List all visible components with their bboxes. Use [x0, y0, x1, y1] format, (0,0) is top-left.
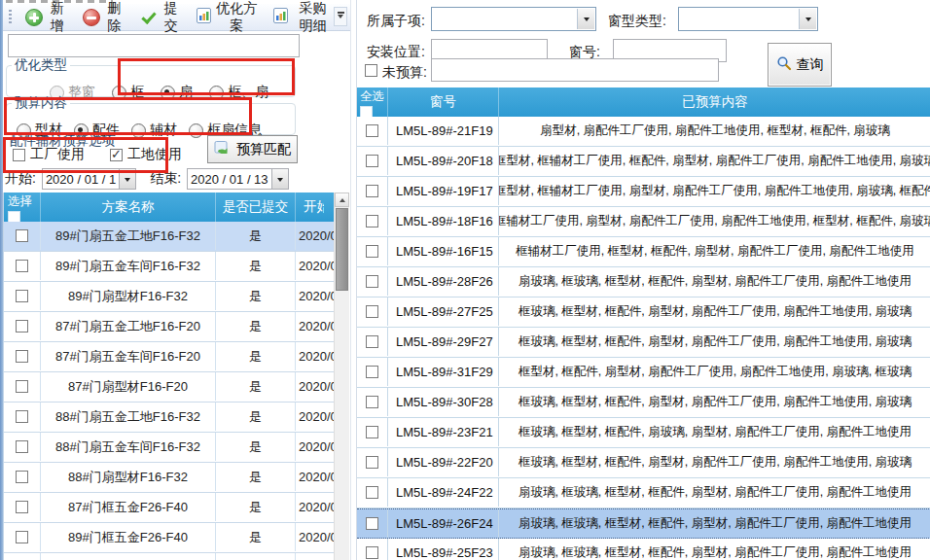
row-checkbox[interactable]: [366, 275, 378, 288]
scrollbar-thumb[interactable]: [336, 208, 348, 291]
row-checkbox[interactable]: [366, 155, 378, 167]
table-row[interactable]: 87#门扇型材F16-F20是2020/0: [4, 372, 335, 402]
plan-name-cell: 89#门扇型材F16-F32: [40, 282, 215, 310]
table-row[interactable]: 88#门扇五金工地F16-F32是2020/0: [4, 402, 335, 433]
row-checkbox[interactable]: [366, 426, 378, 438]
row-checkbox[interactable]: [366, 517, 378, 530]
submit-button[interactable]: 提交: [133, 0, 187, 38]
table-row[interactable]: LM5L-89#-20F18框型材, 框辅材工厂使用, 框配件, 扇型材, 扇配…: [357, 147, 930, 177]
sub-item-dropdown-button[interactable]: [577, 9, 594, 29]
table-row[interactable]: LM5L-89#-30F28框玻璃, 框型材, 框配件, 扇型材, 扇配件工厂使…: [357, 388, 930, 418]
row-checkbox[interactable]: [366, 396, 378, 408]
table-row[interactable]: LM5L-89#-29F27框玻璃, 框型材, 框配件, 扇型材, 扇配件工厂使…: [357, 328, 930, 358]
chevron-down-icon: [584, 18, 590, 24]
checkbox-usage-1[interactable]: 工地使用: [110, 146, 182, 163]
table-row[interactable]: 89#门扇型材F16-F32是2020/0: [4, 282, 335, 312]
plan-filter-input[interactable]: [8, 34, 300, 57]
table-row[interactable]: 87#门扇五金工地F16-F20是2020/0: [4, 312, 335, 342]
radio-icon: [131, 123, 146, 138]
submitted-cell: 是: [215, 433, 295, 461]
window-no-column-header[interactable]: 窗号: [387, 88, 498, 117]
row-checkbox[interactable]: [366, 215, 378, 228]
row-checkbox[interactable]: [16, 501, 28, 513]
table-row[interactable]: 88#门扇五金车间F16-F32是2020/0: [4, 433, 335, 463]
table-row[interactable]: LM5L-89#-23F21框玻璃, 框型材, 框配件, 扇玻璃, 扇型材, 扇…: [357, 418, 930, 448]
table-row[interactable]: LM5L-89#-27F25框玻璃, 框型材, 框配件, 扇型材, 扇配件工厂使…: [357, 298, 930, 328]
budget-match-button[interactable]: 预算匹配: [207, 135, 298, 163]
table-row[interactable]: 88#门扇型材F16-F32是2020/0: [4, 463, 335, 493]
radio-budget-content-2[interactable]: 辅材: [131, 122, 177, 139]
start-column-header[interactable]: 开始: [295, 192, 324, 222]
delete-button[interactable]: 删除: [77, 0, 130, 38]
row-checkbox[interactable]: [366, 546, 378, 559]
table-row[interactable]: 87#门扇五金车间F16-F20是2020/0: [4, 342, 335, 372]
start-date-dropdown-button[interactable]: [119, 169, 135, 189]
table-row[interactable]: LM5L-89#-18F16框辅材工厂使用, 扇型材, 扇配件工厂使用, 扇配件…: [357, 207, 930, 237]
start-date-picker[interactable]: 2020 / 01 / 1: [42, 168, 136, 190]
row-select-cell: [357, 207, 387, 235]
window-type-dropdown-button[interactable]: [799, 9, 816, 29]
table-row[interactable]: 89#门框五金F26-F40是2020/0: [4, 523, 335, 553]
checkbox-usage-0[interactable]: 工厂使用: [13, 146, 85, 163]
row-checkbox[interactable]: [16, 531, 28, 543]
row-checkbox[interactable]: [366, 456, 378, 469]
query-button[interactable]: 查询: [768, 43, 832, 87]
table-row[interactable]: LM5L-89#-19F17框型材, 框辅材工厂使用, 扇型材, 扇配件工厂使用…: [357, 177, 930, 207]
row-checkbox[interactable]: [16, 440, 28, 453]
toolbar-grip[interactable]: [9, 10, 12, 25]
row-checkbox[interactable]: [366, 124, 378, 137]
table-row[interactable]: LM5L-89#-26F24扇玻璃, 框玻璃, 框型材, 框配件, 扇型材, 扇…: [357, 508, 930, 539]
window-no-cell: LM5L-89#-24F22: [387, 478, 498, 507]
no-budget-input[interactable]: [431, 58, 719, 82]
table-row[interactable]: LM5L-89#-31F29框型材, 框配件, 扇型材, 扇配件工厂使用, 扇配…: [357, 358, 930, 388]
row-checkbox[interactable]: [16, 260, 28, 272]
row-checkbox[interactable]: [366, 185, 378, 197]
toolbar-overflow-button[interactable]: [334, 7, 347, 26]
end-date-dropdown-button[interactable]: [271, 169, 288, 189]
table-row[interactable]: 87#门框五金F26-F40是2020/0: [4, 493, 335, 523]
row-checkbox[interactable]: [16, 410, 28, 423]
table-row[interactable]: 89#门扇五金工地F16-F32是2020/0: [4, 222, 335, 252]
table-row[interactable]: LM5L-89#-28F26扇玻璃, 框玻璃, 框型材, 框配件, 扇型材, 扇…: [357, 267, 930, 298]
table-row[interactable]: 88#门框五金F21-F40是2020/0: [4, 553, 335, 560]
table-row[interactable]: 89#门扇五金车间F16-F32是2020/0: [4, 252, 335, 282]
table-row[interactable]: LM5L-89#-21F19扇型材, 扇配件工厂使用, 扇配件工地使用, 框型材…: [357, 117, 930, 147]
checkbox-label: 工地使用: [127, 146, 182, 163]
row-checkbox[interactable]: [16, 290, 28, 302]
chevron-down-icon: [277, 178, 283, 185]
plan-name-column-header[interactable]: 方案名称: [40, 192, 215, 222]
submitted-column-header[interactable]: 是否已提交: [215, 192, 295, 222]
row-checkbox[interactable]: [366, 486, 378, 499]
row-checkbox[interactable]: [16, 380, 28, 393]
row-checkbox[interactable]: [366, 245, 378, 258]
row-checkbox[interactable]: [366, 335, 378, 348]
row-checkbox[interactable]: [16, 471, 28, 483]
row-checkbox[interactable]: [16, 229, 28, 242]
window-type-dropdown[interactable]: [678, 7, 818, 31]
plan-table: 选择 方案名称 是否已提交 开始 89#门扇五金工地F16-F32是2020/0…: [3, 192, 349, 560]
start-date-cell: 2020/0: [295, 433, 335, 461]
select-column-header: 选择: [4, 192, 40, 222]
add-button[interactable]: 新增: [19, 0, 73, 38]
no-budget-checkbox[interactable]: [365, 64, 377, 77]
optimize-plan-button[interactable]: 优化方案: [191, 0, 264, 38]
end-date-picker[interactable]: 2020 / 01 / 13: [187, 168, 289, 190]
row-checkbox[interactable]: [16, 320, 28, 332]
select-all-checkbox[interactable]: [360, 106, 373, 117]
select-all-checkbox[interactable]: [8, 211, 20, 222]
plan-table-scrollbar[interactable]: [334, 192, 349, 560]
start-date-cell: 2020/0: [295, 493, 335, 521]
table-row[interactable]: LM5L-89#-22F20框玻璃, 框型材, 框配件, 扇型材, 扇配件工厂使…: [357, 448, 930, 478]
sub-item-dropdown[interactable]: [431, 7, 596, 31]
table-row[interactable]: LM5L-89#-16F15框辅材工厂使用, 框型材, 框配件, 扇型材, 扇配…: [357, 237, 930, 267]
start-date-cell: 2020/0: [295, 252, 335, 280]
row-checkbox[interactable]: [366, 366, 378, 378]
table-row[interactable]: LM5L-89#-25F23扇玻璃, 框玻璃, 框型材, 框配件, 扇型材, 扇…: [357, 539, 930, 560]
row-checkbox[interactable]: [366, 305, 378, 318]
row-select-cell: [4, 523, 40, 551]
budgeted-content-column-header[interactable]: 已预算内容: [498, 88, 930, 117]
row-checkbox[interactable]: [16, 350, 28, 363]
table-row[interactable]: LM5L-89#-24F22扇玻璃, 框玻璃, 框型材, 框配件, 扇型材, 扇…: [357, 478, 930, 508]
plan-name-cell: 87#门扇五金车间F16-F20: [40, 342, 215, 370]
scroll-up-button[interactable]: [335, 192, 349, 207]
